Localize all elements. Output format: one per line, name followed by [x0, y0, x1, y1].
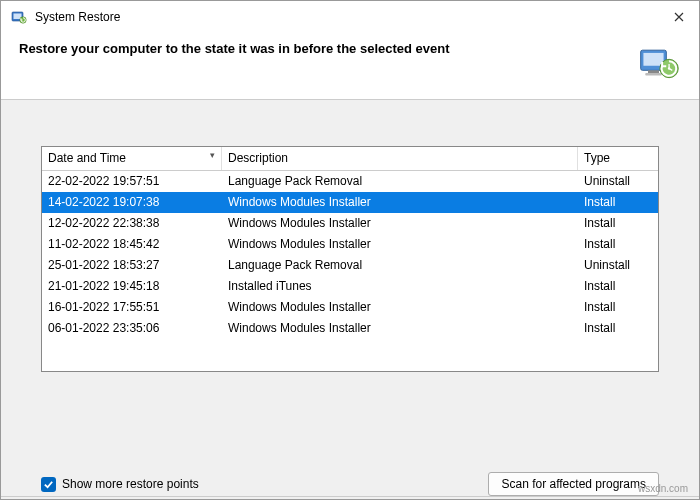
cell-date: 25-01-2022 18:53:27: [42, 255, 222, 276]
cell-type: Install: [578, 297, 658, 318]
cell-type: Install: [578, 318, 658, 339]
cell-desc: Windows Modules Installer: [222, 234, 578, 255]
table-row[interactable]: 21-01-2022 19:45:18Installed iTunesInsta…: [42, 276, 658, 297]
column-desc-label: Description: [228, 151, 288, 165]
table-body: 22-02-2022 19:57:51Language Pack Removal…: [42, 171, 658, 339]
table-row[interactable]: 11-02-2022 18:45:42Windows Modules Insta…: [42, 234, 658, 255]
table-header: Date and Time ▾ Description Type: [42, 147, 658, 171]
cell-date: 11-02-2022 18:45:42: [42, 234, 222, 255]
column-type[interactable]: Type: [578, 147, 658, 170]
scan-affected-button[interactable]: Scan for affected programs: [488, 472, 659, 496]
restore-points-table[interactable]: Date and Time ▾ Description Type 22-02-2…: [41, 146, 659, 372]
cell-date: 16-01-2022 17:55:51: [42, 297, 222, 318]
cell-date: 12-02-2022 22:38:38: [42, 213, 222, 234]
cell-type: Uninstall: [578, 255, 658, 276]
column-description[interactable]: Description: [222, 147, 578, 170]
column-date-label: Date and Time: [48, 151, 126, 165]
cell-date: 22-02-2022 19:57:51: [42, 171, 222, 192]
column-type-label: Type: [584, 151, 610, 165]
cell-type: Install: [578, 234, 658, 255]
table-row[interactable]: 06-01-2022 23:35:06Windows Modules Insta…: [42, 318, 658, 339]
content-area: Date and Time ▾ Description Type 22-02-2…: [1, 100, 699, 460]
checkbox-box-icon: [41, 477, 56, 492]
sort-indicator-icon: ▾: [210, 150, 215, 160]
cell-desc: Installed iTunes: [222, 276, 578, 297]
cell-desc: Windows Modules Installer: [222, 192, 578, 213]
cell-desc: Language Pack Removal: [222, 255, 578, 276]
table-row[interactable]: 12-02-2022 22:38:38Windows Modules Insta…: [42, 213, 658, 234]
table-row[interactable]: 22-02-2022 19:57:51Language Pack Removal…: [42, 171, 658, 192]
svg-rect-6: [645, 73, 662, 75]
show-more-checkbox[interactable]: Show more restore points: [41, 477, 199, 492]
header: Restore your computer to the state it wa…: [1, 31, 699, 99]
close-button[interactable]: [669, 7, 689, 27]
cell-desc: Language Pack Removal: [222, 171, 578, 192]
cell-desc: Windows Modules Installer: [222, 318, 578, 339]
cell-desc: Windows Modules Installer: [222, 297, 578, 318]
column-date[interactable]: Date and Time ▾: [42, 147, 222, 170]
table-row[interactable]: 25-01-2022 18:53:27Language Pack Removal…: [42, 255, 658, 276]
titlebar: System Restore: [1, 1, 699, 31]
cell-date: 06-01-2022 23:35:06: [42, 318, 222, 339]
system-restore-icon: [11, 9, 27, 25]
window-title: System Restore: [35, 10, 120, 24]
cell-date: 21-01-2022 19:45:18: [42, 276, 222, 297]
table-row[interactable]: 16-01-2022 17:55:51Windows Modules Insta…: [42, 297, 658, 318]
wizard-footer: < Back Next > Cancel: [1, 496, 699, 500]
cell-date: 14-02-2022 19:07:38: [42, 192, 222, 213]
page-heading: Restore your computer to the state it wa…: [19, 41, 450, 56]
table-row[interactable]: 14-02-2022 19:07:38Windows Modules Insta…: [42, 192, 658, 213]
cell-type: Uninstall: [578, 171, 658, 192]
svg-rect-5: [648, 70, 659, 73]
show-more-label: Show more restore points: [62, 477, 199, 491]
cell-type: Install: [578, 192, 658, 213]
cell-desc: Windows Modules Installer: [222, 213, 578, 234]
table-footer-row: Show more restore points Scan for affect…: [1, 460, 699, 496]
cell-type: Install: [578, 276, 658, 297]
svg-rect-4: [643, 53, 663, 66]
restore-hero-icon: [637, 41, 681, 85]
cell-type: Install: [578, 213, 658, 234]
